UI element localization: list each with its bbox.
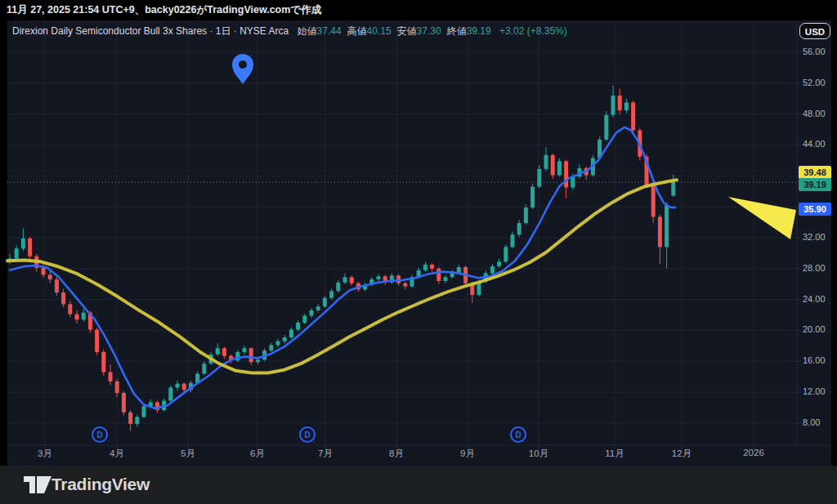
price-tick-label: 28.00 xyxy=(803,263,835,273)
change-value: +3.02 (+8.35%) xyxy=(499,25,567,37)
price-tick-label: 24.00 xyxy=(803,294,835,304)
price-tick-label: 44.00 xyxy=(803,139,835,149)
ma-slow-value-badge: 39.48 xyxy=(799,166,831,179)
svg-text:D: D xyxy=(515,430,521,439)
price-tick-label: 48.00 xyxy=(803,109,835,118)
svg-text:D: D xyxy=(304,430,310,439)
time-tick-label: 12月 xyxy=(664,448,700,460)
ma-fast-value-badge: 35.90 xyxy=(799,203,831,216)
quote-value: 39.19 xyxy=(467,25,491,37)
time-tick-label: 8月 xyxy=(378,448,414,460)
exchange-label: NYSE Arca xyxy=(239,25,289,37)
quote-label: 安値 xyxy=(397,25,417,37)
quote-value: 40.15 xyxy=(367,25,392,37)
time-tick-label: 2026 xyxy=(736,448,772,457)
close-value-badge: 39.19 xyxy=(799,178,831,191)
price-tick-label: 12.00 xyxy=(803,386,835,396)
separator: · xyxy=(209,25,213,37)
symbol-header: Direxion Daily Semiconductor Bull 3x Sha… xyxy=(12,25,567,38)
price-tick-label: 8.00 xyxy=(803,417,835,427)
ohlc-values: 始値37.44高値40.15安値37.30終値39.19 xyxy=(292,25,491,37)
footer-bar: TradingView xyxy=(0,466,837,504)
time-tick-label: 5月 xyxy=(170,448,206,460)
ma-line-ma-fast[interactable] xyxy=(10,127,675,408)
price-tick-label: 52.00 xyxy=(803,78,835,87)
interval-label[interactable]: 1日 xyxy=(216,25,231,37)
currency-badge: USD xyxy=(799,23,830,39)
time-tick-label: 11月 xyxy=(597,448,633,460)
location-pin-icon[interactable] xyxy=(232,54,253,84)
time-tick-label: 10月 xyxy=(521,448,557,460)
dividend-marker[interactable]: D xyxy=(300,427,315,442)
price-tick-label: 20.00 xyxy=(803,324,835,334)
time-tick-label: 3月 xyxy=(27,448,63,460)
quote-label: 終値 xyxy=(447,25,467,37)
tradingview-brand-text[interactable]: TradingView xyxy=(51,475,150,494)
tradingview-logo-icon[interactable] xyxy=(24,476,53,494)
time-tick-label: 7月 xyxy=(307,448,343,460)
tradingview-snapshot: 11月 27, 2025 21:54 UTC+9、backy0226がTradi… xyxy=(0,0,837,504)
time-tick-label: 6月 xyxy=(239,448,275,460)
quote-value: 37.30 xyxy=(417,25,441,37)
price-tick-label: 32.00 xyxy=(803,232,835,242)
arrow-drawing[interactable] xyxy=(728,197,796,239)
price-chart[interactable]: DDD xyxy=(0,0,837,504)
svg-text:D: D xyxy=(96,430,102,439)
time-tick-label: 4月 xyxy=(99,448,135,460)
price-tick-label: 16.00 xyxy=(803,355,835,365)
candlestick-series xyxy=(8,86,676,431)
dividend-marker[interactable]: D xyxy=(511,427,526,442)
quote-value: 37.44 xyxy=(317,25,342,37)
quote-label: 高値 xyxy=(347,25,367,37)
grid-lines xyxy=(7,20,831,449)
separator: · xyxy=(234,25,237,37)
time-tick-label: 9月 xyxy=(450,448,486,460)
price-tick-label: 56.00 xyxy=(803,47,835,56)
dividend-marker[interactable]: D xyxy=(92,427,107,442)
symbol-title: Direxion Daily Semiconductor Bull 3x Sha… xyxy=(12,25,207,37)
quote-label: 始値 xyxy=(298,25,317,37)
